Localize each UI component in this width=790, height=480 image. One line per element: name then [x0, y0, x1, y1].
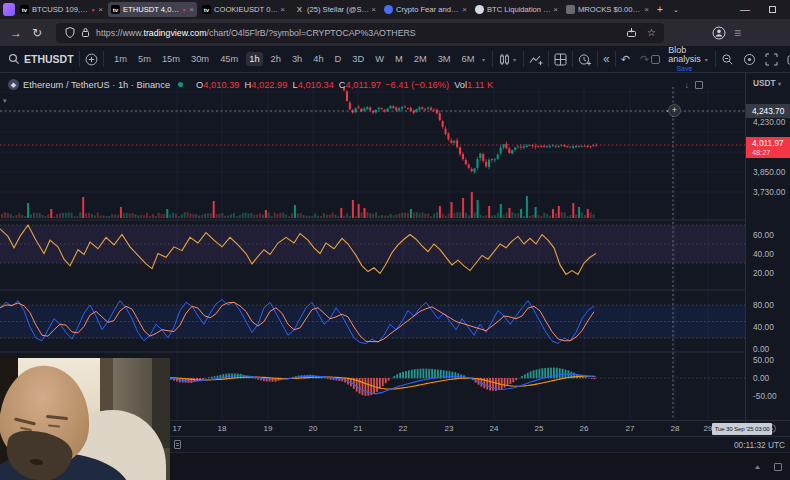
time-axis-day-label: 27 — [626, 424, 635, 433]
window-minimize-button[interactable]: — — [737, 4, 753, 15]
interval-2M[interactable]: 2M — [411, 52, 430, 66]
layout-chevron-icon[interactable]: ▾ — [705, 56, 708, 63]
interval-1m[interactable]: 1m — [111, 52, 130, 66]
url-bar[interactable]: https://www.tradingview.com/chart/O4l5Fl… — [56, 23, 664, 43]
rsi-level-label: 60.00 — [753, 230, 774, 240]
browser-tab[interactable]: tvETHUSDT 4,011.97▼× — [108, 2, 197, 17]
time-axis-day-label: 22 — [399, 424, 408, 433]
macd-level-label: 50.00 — [753, 355, 774, 365]
x-favicon: X — [295, 5, 304, 14]
last-price-value: 4,011.97 — [752, 138, 790, 148]
tab-close-icon[interactable]: × — [553, 5, 558, 14]
layout-name-button[interactable]: Blob analysis Save — [668, 46, 701, 72]
time-axis-day-label: 18 — [218, 424, 227, 433]
crosshair-time-tag: Tue 30 Sep '25 03:00 — [712, 423, 772, 435]
symbol-search-icon[interactable] — [8, 53, 20, 65]
lock-icon — [81, 27, 90, 38]
interval-6M[interactable]: 6M — [459, 52, 478, 66]
undo-icon[interactable]: ↶ — [621, 53, 630, 66]
macd-level-label: -50.00 — [753, 391, 777, 401]
redo-icon[interactable]: ↷ — [640, 53, 649, 66]
crosshair-price-tag: 4,243.70 — [746, 104, 790, 118]
time-axis-day-label: 20 — [309, 424, 318, 433]
interval-2h[interactable]: 2h — [268, 52, 284, 66]
close-label: C — [339, 80, 346, 90]
pane-maximize-icon[interactable] — [695, 81, 703, 89]
window-restore-button[interactable] — [769, 6, 776, 13]
tradingview-favicon: tv — [202, 5, 211, 14]
alert-clock-icon[interactable] — [578, 53, 592, 66]
symbol-button[interactable]: ETHUSDT — [24, 53, 74, 65]
price-level-label: 3,850.00 — [753, 167, 785, 177]
tab-overflow-button[interactable]: ⌄ — [668, 6, 684, 14]
price-scale-currency[interactable]: USDT ▾ — [753, 78, 781, 88]
utc-clock[interactable]: 00:11:32 UTC — [734, 440, 785, 450]
fullscreen-icon[interactable] — [765, 53, 778, 66]
save-layout-link[interactable]: Save — [676, 65, 692, 72]
bar-countdown: 48:27 — [752, 148, 790, 158]
indicators-icon[interactable] — [529, 53, 543, 66]
tab-title: MROCKS $0.002052 — [578, 5, 642, 14]
tab-close-icon[interactable]: × — [644, 5, 649, 14]
forward-button[interactable]: → — [10, 26, 22, 40]
macd-level-label: 0.00 — [753, 373, 769, 383]
interval-45m[interactable]: 45m — [217, 52, 241, 66]
save-page-icon[interactable] — [626, 27, 637, 38]
browser-tab[interactable]: MROCKS $0.002052× — [563, 2, 652, 17]
chart-style-icon[interactable] — [498, 53, 511, 66]
tab-close-icon[interactable]: × — [98, 5, 103, 14]
price-down-icon: ▼ — [90, 7, 95, 13]
pane-collapse-arrow-icon[interactable]: ↓ — [685, 80, 690, 90]
layout-checkbox[interactable] — [651, 55, 660, 64]
interval-1h[interactable]: 1h — [246, 52, 262, 66]
time-axis-day-label: 24 — [490, 424, 499, 433]
browser-tab[interactable]: X(25) Stellar (@StellarC× — [290, 2, 379, 17]
pane-controls: ↓ — [685, 80, 704, 90]
expand-chevron-icon[interactable]: ▲ — [753, 464, 762, 471]
toolbar-collapse-chevron-icon[interactable]: ▾ — [3, 97, 7, 105]
tab-close-icon[interactable]: × — [462, 5, 467, 14]
reload-button[interactable]: ↻ — [32, 26, 42, 40]
interval-3D[interactable]: 3D — [349, 52, 367, 66]
interval-30m[interactable]: 30m — [188, 52, 212, 66]
btcliq-favicon — [475, 5, 484, 14]
browser-tab[interactable]: BTC Liquidation Level× — [472, 2, 561, 17]
bookmark-star-icon[interactable]: ☆ — [647, 27, 656, 38]
add-order-plus-icon[interactable]: + — [668, 104, 681, 117]
high-value: 4,022.99 — [251, 80, 287, 90]
interval-buttons: 1m5m15m30m45m1h2h3h4hD3DWM2M3M6M — [109, 52, 480, 66]
compare-add-icon[interactable] — [85, 53, 98, 66]
restore-window-icon[interactable] — [774, 463, 782, 471]
browser-tab[interactable]: tvCOOKIEUSDT 0.1039× — [199, 2, 288, 17]
firefox-view-icon[interactable] — [3, 3, 15, 16]
browser-tab[interactable]: tvBTCUSD 109,700.86▼× — [17, 2, 106, 17]
menu-icon[interactable]: ≡ — [734, 26, 741, 40]
tab-title: BTCUSD 109,700.86 — [32, 5, 89, 14]
tab-close-icon[interactable]: × — [371, 5, 376, 14]
interval-M[interactable]: M — [392, 52, 406, 66]
price-level-label: 3,730.00 — [753, 187, 785, 197]
quick-search-icon[interactable] — [721, 53, 734, 66]
interval-4h[interactable]: 4h — [310, 52, 326, 66]
pane-notes-icon[interactable] — [174, 440, 181, 449]
bar-replay-icon[interactable]: « — [603, 52, 610, 66]
interval-3M[interactable]: 3M — [435, 52, 454, 66]
interval-D[interactable]: D — [332, 52, 345, 66]
layout-grid-icon[interactable] — [554, 53, 567, 66]
interval-5m[interactable]: 5m — [135, 52, 154, 66]
new-tab-button[interactable]: + — [652, 4, 668, 15]
series-title[interactable]: Ethereum / TetherUS · 1h · Binance — [23, 80, 170, 90]
tab-close-icon[interactable]: × — [189, 5, 194, 14]
account-icon[interactable] — [712, 26, 726, 40]
interval-W[interactable]: W — [372, 52, 387, 66]
alert-target-icon[interactable] — [743, 53, 756, 66]
chart-style-chevron-icon[interactable]: ▾ — [513, 56, 516, 63]
volume-value: 1.11 K — [467, 80, 493, 90]
tab-close-icon[interactable]: × — [280, 5, 285, 14]
browser-tab[interactable]: Crypto Fear and Gree× — [381, 2, 470, 17]
ethereum-icon: ◆ — [8, 79, 19, 90]
interval-15m[interactable]: 15m — [159, 52, 183, 66]
intervals-chevron-icon[interactable]: ▾ — [482, 56, 485, 63]
interval-3h[interactable]: 3h — [289, 52, 305, 66]
price-scale[interactable]: USDT ▾ 4,230.00 4,243.70 4,011.97 48:27 … — [745, 73, 790, 420]
